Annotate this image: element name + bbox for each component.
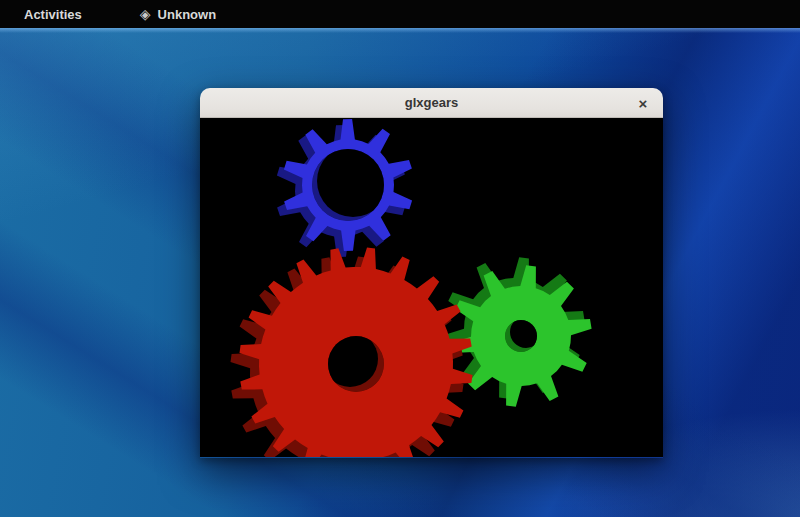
app-window-icon: ◈ — [140, 7, 151, 21]
top-bar: Activities ◈ Unknown — [0, 0, 800, 28]
app-menu[interactable]: ◈ Unknown — [140, 7, 216, 22]
glxgears-window: glxgears × — [200, 88, 663, 458]
green-gear — [443, 257, 591, 407]
blue-gear — [277, 119, 412, 257]
activities-button[interactable]: Activities — [18, 5, 88, 24]
red-gear — [231, 248, 473, 458]
window-titlebar[interactable]: glxgears × — [200, 88, 663, 118]
desktop: Activities ◈ Unknown glxgears × — [0, 0, 800, 517]
gl-viewport — [200, 118, 663, 457]
window-title: glxgears — [405, 95, 458, 110]
app-menu-label: Unknown — [158, 7, 217, 22]
close-button[interactable]: × — [631, 91, 655, 115]
gears-canvas — [200, 118, 663, 457]
